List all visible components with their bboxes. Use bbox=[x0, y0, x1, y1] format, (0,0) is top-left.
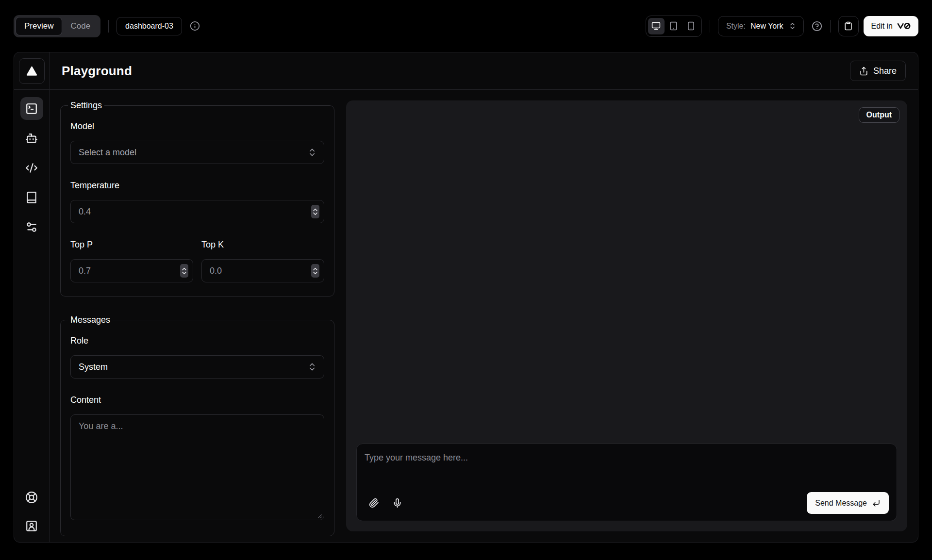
divider bbox=[830, 20, 831, 33]
clipboard-icon[interactable] bbox=[838, 16, 859, 36]
page-title: Playground bbox=[62, 64, 132, 79]
number-spinner[interactable] bbox=[311, 264, 319, 278]
info-icon[interactable] bbox=[190, 21, 200, 31]
microphone-button[interactable] bbox=[388, 494, 406, 512]
sidebar-item-settings[interactable] bbox=[20, 215, 43, 238]
tab-code[interactable]: Code bbox=[62, 17, 99, 35]
tablet-icon[interactable] bbox=[666, 18, 682, 34]
sidebar-nav bbox=[20, 90, 43, 238]
style-select-label: Style: bbox=[726, 22, 746, 31]
chevrons-up-down-icon bbox=[788, 22, 797, 30]
life-buoy-icon bbox=[25, 491, 38, 504]
book-icon bbox=[25, 191, 38, 204]
send-message-button[interactable]: Send Message bbox=[807, 492, 889, 514]
messages-fieldset: Messages Role System Content bbox=[60, 315, 334, 536]
settings-legend: Settings bbox=[68, 100, 104, 111]
style-select[interactable]: Style: New York bbox=[718, 16, 804, 36]
model-select[interactable]: Select a model bbox=[70, 141, 324, 164]
sidebar-item-documentation[interactable] bbox=[20, 186, 43, 209]
share-button-label: Share bbox=[873, 66, 897, 76]
chevrons-up-down-icon bbox=[307, 148, 317, 157]
settings-sliders-icon bbox=[25, 221, 38, 233]
content-textarea[interactable] bbox=[70, 414, 324, 520]
attach-file-button[interactable] bbox=[365, 494, 383, 512]
sidebar-bottom-nav bbox=[20, 478, 43, 542]
messages-legend: Messages bbox=[68, 315, 113, 325]
model-label: Model bbox=[70, 120, 324, 132]
output-pane: Output bbox=[346, 100, 907, 531]
block-name-badge[interactable]: dashboard-03 bbox=[116, 17, 182, 35]
page-header: Playground Share bbox=[50, 52, 918, 90]
help-circle-icon[interactable] bbox=[812, 21, 822, 32]
top-k-label: Top K bbox=[201, 239, 324, 250]
view-toggle: Preview Code bbox=[14, 15, 100, 37]
paperclip-icon bbox=[369, 498, 379, 508]
send-message-label: Send Message bbox=[815, 499, 867, 508]
model-select-value: Select a model bbox=[79, 148, 307, 158]
sidebar-item-account[interactable] bbox=[20, 514, 43, 537]
square-user-icon bbox=[25, 520, 38, 532]
number-spinner[interactable] bbox=[311, 205, 319, 218]
tab-preview[interactable]: Preview bbox=[16, 17, 62, 35]
sidebar bbox=[14, 52, 50, 542]
message-composer: Send Message bbox=[356, 444, 897, 521]
sidebar-item-api[interactable] bbox=[20, 156, 43, 179]
settings-column: Settings Model Select a model Temperatur… bbox=[60, 100, 334, 531]
edit-in-label: Edit in bbox=[871, 22, 893, 31]
content-label: Content bbox=[70, 394, 324, 406]
message-input[interactable] bbox=[365, 448, 889, 492]
role-select[interactable]: System bbox=[70, 355, 324, 379]
share-icon bbox=[859, 66, 868, 76]
sidebar-item-playground[interactable] bbox=[20, 97, 43, 120]
smartphone-icon[interactable] bbox=[683, 18, 699, 34]
corner-down-left-icon bbox=[872, 499, 881, 508]
divider bbox=[108, 20, 109, 33]
number-spinner[interactable] bbox=[180, 264, 188, 278]
app-panel: Playground Share Settings Model Select a… bbox=[14, 52, 918, 543]
output-badge: Output bbox=[859, 107, 899, 123]
edit-in-v0-button[interactable]: Edit in bbox=[864, 16, 918, 36]
preview-toolbar: Preview Code dashboard-03 Style: New Yor… bbox=[0, 0, 932, 52]
sidebar-item-models[interactable] bbox=[20, 127, 43, 149]
temperature-label: Temperature bbox=[70, 180, 324, 191]
settings-fieldset: Settings Model Select a model Temperatur… bbox=[60, 100, 334, 296]
mic-icon bbox=[392, 498, 402, 508]
monitor-icon[interactable] bbox=[648, 18, 665, 34]
sidebar-logo-area bbox=[14, 52, 49, 90]
temperature-input[interactable] bbox=[70, 200, 324, 223]
top-p-input[interactable] bbox=[70, 259, 193, 282]
sidebar-item-help[interactable] bbox=[20, 486, 43, 509]
share-button[interactable]: Share bbox=[850, 61, 906, 81]
code-icon bbox=[25, 162, 38, 174]
square-terminal-icon bbox=[25, 102, 38, 115]
divider bbox=[710, 20, 710, 33]
viewport-toggle-group bbox=[646, 16, 702, 37]
v0-logo-icon bbox=[897, 22, 911, 30]
bot-icon bbox=[25, 132, 38, 145]
chevrons-up-down-icon bbox=[307, 362, 317, 372]
top-k-input[interactable] bbox=[201, 259, 324, 282]
role-label: Role bbox=[70, 335, 324, 346]
role-select-value: System bbox=[79, 362, 307, 372]
triangle-logo[interactable] bbox=[19, 58, 45, 84]
style-select-value: New York bbox=[750, 22, 783, 31]
top-p-label: Top P bbox=[70, 239, 193, 250]
